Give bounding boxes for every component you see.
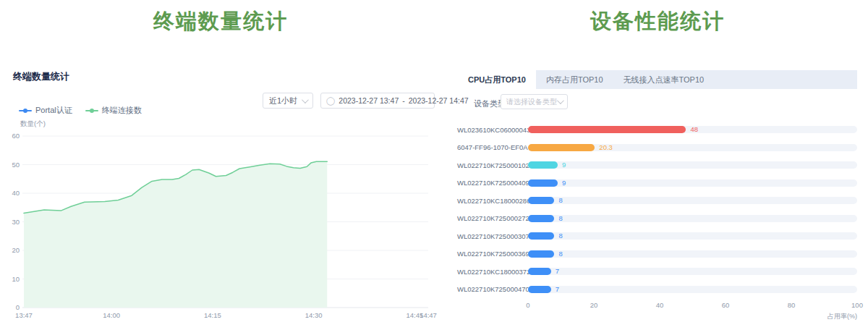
right-page-title: 设备性能统计 — [458, 7, 857, 36]
bar-value-label: 7 — [556, 268, 559, 275]
terminal-count-line-chart[interactable]: 010203040506013:4714:0014:1514:3014:4514… — [13, 130, 433, 326]
x-tick-label: 13:47 — [15, 311, 33, 319]
x-tick-label: 100 — [851, 301, 863, 309]
bar-category-label: WL022710K725000102 — [457, 161, 521, 169]
y-tick-label: 50 — [12, 161, 20, 169]
bar-category-label: 6047-FF96-1070-EF0A — [457, 143, 521, 151]
y-tick-label: 40 — [12, 189, 20, 197]
x-tick-label: 14:30 — [305, 311, 323, 319]
bar-value-label: 7 — [556, 286, 559, 293]
tab-memory-top10[interactable]: 内存占用TOP10 — [536, 70, 613, 89]
bar-row: WL022710K7250002728 — [457, 210, 857, 228]
legend-marker-portal-icon — [19, 110, 32, 111]
chevron-down-icon — [302, 96, 309, 103]
y-axis-title: 数量(个) — [20, 119, 46, 129]
bar-x-axis-title: 占用率(%) — [528, 312, 857, 321]
bar-row: WL022710K7250003078 — [457, 227, 857, 245]
bar-row: WL022710KC180002808 — [457, 192, 857, 210]
bar-category-label: WL022710K725000369 — [457, 250, 521, 258]
dashboard: 终端数量统计 设备性能统计 终端数量统计 近1小时 ◯﻿ 2023-12-27 … — [0, 0, 868, 330]
y-tick-label: 20 — [12, 246, 20, 254]
clock-icon: ◯ — [326, 97, 335, 105]
bar-row: WL022710KC180003727 — [457, 263, 857, 281]
device-type-placeholder: 请选择设备类型 — [506, 97, 557, 107]
bar-track: 48 — [528, 126, 857, 133]
x-tick-label: 60 — [722, 301, 730, 309]
bar-category-label: WL022710K725000307 — [457, 232, 521, 240]
bar-x-axis: 020406080100 — [528, 301, 857, 310]
y-tick-label: 30 — [12, 218, 20, 226]
bar-fill[interactable] — [528, 161, 558, 169]
bar-value-label: 48 — [690, 126, 698, 133]
bar-fill[interactable] — [528, 232, 554, 240]
bar-track: 8 — [528, 232, 857, 240]
bar-category-label: WL022710KC18000280 — [457, 197, 521, 205]
bar-fill[interactable] — [528, 268, 551, 275]
legend-item-terminal-connections[interactable]: 终端连接数 — [85, 105, 142, 116]
bar-track: 9 — [528, 179, 857, 187]
bar-value-label: 8 — [558, 232, 562, 240]
date-range-end: 2023-12-27 14:47 — [409, 96, 469, 105]
bar-fill[interactable] — [528, 215, 554, 222]
x-tick-label: 80 — [788, 301, 796, 309]
bar-row: 6047-FF96-1070-EF0A20.3 — [457, 139, 857, 157]
bar-track: 7 — [528, 268, 857, 275]
date-range-picker[interactable]: ◯﻿ 2023-12-27 13:47 - 2023-12-27 14:47 — [320, 93, 435, 109]
left-page-title: 终端数量统计 — [0, 7, 441, 36]
bar-track: 20.3 — [528, 144, 857, 151]
bar-value-label: 8 — [558, 250, 562, 258]
bar-category-label: WL022710KC18000372 — [457, 268, 521, 276]
bar-category-label: WL022710K725000470 — [457, 285, 521, 293]
series-area-fill — [24, 161, 327, 308]
bar-value-label: 8 — [558, 197, 562, 204]
bar-row: WL022710K7250004707 — [457, 281, 857, 299]
x-tick-label: 14:00 — [103, 311, 120, 319]
y-tick-label: 0 — [16, 303, 20, 311]
bar-row: WL023610KC0600004348 — [457, 121, 857, 139]
bar-track: 8 — [528, 197, 857, 204]
device-type-select[interactable]: 请选择设备类型 — [501, 94, 568, 109]
legend-label-terminal-connections: 终端连接数 — [102, 105, 142, 116]
legend-label-portal: Portal认证 — [35, 105, 72, 116]
chevron-down-icon — [557, 97, 564, 104]
bar-fill[interactable] — [528, 179, 558, 187]
x-tick-label: 14:15 — [204, 311, 221, 319]
bar-value-label: 9 — [562, 179, 566, 187]
bar-fill[interactable] — [528, 197, 554, 204]
tab-wireless-ap-rate-top10[interactable]: 无线接入点速率TOP10 — [613, 70, 715, 89]
legend-item-portal[interactable]: Portal认证 — [19, 105, 72, 116]
y-tick-label: 60 — [12, 132, 20, 140]
tab-cpu-top10[interactable]: CPU占用TOP10 — [458, 70, 536, 89]
date-range-separator: - — [402, 96, 405, 105]
bar-value-label: 20.3 — [599, 144, 613, 151]
bar-track: 7 — [528, 286, 857, 293]
bar-value-label: 8 — [558, 215, 562, 222]
x-tick-label: 14:47 — [420, 311, 437, 319]
bar-track: 9 — [528, 161, 857, 169]
bar-category-label: WL023610KC06000043 — [457, 126, 521, 134]
bar-fill[interactable] — [528, 286, 551, 293]
bar-fill[interactable] — [528, 144, 595, 151]
bar-fill[interactable] — [528, 250, 554, 258]
bar-track: 8 — [528, 250, 857, 258]
bar-category-label: WL022710K725000272 — [457, 214, 521, 222]
bar-row: WL022710K7250001029 — [457, 156, 857, 174]
y-tick-label: 10 — [12, 275, 20, 283]
bar-fill[interactable] — [528, 126, 686, 133]
x-tick-label: 40 — [656, 301, 664, 309]
date-range-start: 2023-12-27 13:47 — [339, 96, 399, 105]
bar-row: WL022710K7250003698 — [457, 245, 857, 263]
bar-rows: WL023610KC06000043486047-FF96-1070-EF0A2… — [457, 121, 857, 298]
performance-tabbar: CPU占用TOP10 内存占用TOP10 无线接入点速率TOP10 — [458, 70, 857, 89]
time-range-value: 近1小时 — [269, 96, 297, 106]
legend-marker-terminal-icon — [85, 110, 98, 111]
cpu-top10-bar-chart: WL023610KC06000043486047-FF96-1070-EF0A2… — [457, 121, 857, 321]
x-tick-label: 20 — [590, 301, 598, 309]
x-tick-label: 0 — [526, 301, 529, 309]
time-range-select[interactable]: 近1小时 — [263, 93, 313, 109]
terminal-count-heading: 终端数量统计 — [13, 70, 69, 83]
bar-category-label: WL022710K725000409 — [457, 179, 521, 187]
bar-row: WL022710K7250004099 — [457, 174, 857, 192]
bar-track: 8 — [528, 215, 857, 222]
bar-value-label: 9 — [562, 161, 566, 169]
